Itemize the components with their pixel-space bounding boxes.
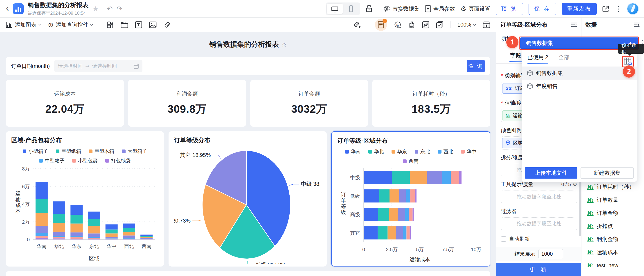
tab-used-datasets[interactable]: 已使用 2 [528, 54, 548, 64]
legend-item[interactable]: 运输成本 [252, 275, 278, 276]
legend-swatch [122, 150, 126, 153]
number-type-icon: № [506, 113, 510, 118]
legend-label: 运输成本 [258, 275, 278, 276]
hide-element-icon[interactable] [422, 21, 429, 28]
tab-fields[interactable]: 字段 [510, 52, 522, 62]
replace-dataset-button[interactable]: 替换数据集 [384, 5, 420, 13]
back-icon[interactable]: ‹ [6, 4, 9, 13]
layout-widget-icon[interactable] [107, 21, 114, 28]
legend-item[interactable]: 东北 [415, 148, 430, 155]
kpi-card-profit[interactable]: 利润金额 309.8万 [128, 80, 246, 127]
svg-text:运输成本: 运输成本 [16, 191, 21, 214]
query-button[interactable]: 查 询 [467, 60, 485, 72]
svg-text:低级: 低级 [350, 193, 360, 199]
monitor-icon [332, 7, 338, 11]
legend-item[interactable]: 小型包裹 [72, 157, 98, 164]
legend-item[interactable]: 巨型纸箱 [56, 148, 81, 155]
field-name: test_new [597, 262, 618, 268]
mobile-view-option[interactable] [343, 4, 359, 14]
dataset-field-item[interactable]: №运输成本 [587, 247, 642, 258]
image-widget-icon[interactable] [149, 22, 156, 28]
pie-chart: 中级 38.82%低级 21.50%高级 20.73%其它 18.95% [174, 144, 320, 264]
dataset-list-item[interactable]: 年度销售 [522, 80, 637, 93]
tab-container-icon[interactable] [120, 22, 128, 28]
chart-order-level-pie[interactable]: 订单等级分布 中级 38.82%低级 21.50%高级 20.73%其它 18.… [168, 131, 327, 266]
kpi-card-order-time[interactable]: 订单耗时（秒） 183.5万 [372, 80, 490, 127]
preview-button[interactable]: 预 览 [496, 3, 524, 15]
grid-view-icon[interactable] [483, 22, 490, 28]
notes-icon[interactable] [375, 19, 387, 31]
save-button[interactable]: 保 存 [528, 3, 556, 15]
legend-item[interactable]: 华中 [461, 148, 476, 155]
link-widget-icon[interactable] [163, 22, 171, 28]
legend-label: 东北 [420, 148, 430, 155]
page-settings-button[interactable]: ⚙ 页面设置 [460, 5, 490, 13]
dataset-field-item[interactable]: №折扣点 [587, 221, 642, 232]
svg-text:8万: 8万 [22, 166, 30, 172]
global-params-button[interactable]: 全局参数 [425, 5, 455, 13]
legend-item[interactable]: 华南 [345, 148, 361, 155]
chart-order-level-region[interactable]: 订单等级-区域分布 华南华北华东东北西北华中西南 02.5万5万7.5万10万中… [331, 131, 490, 266]
add-query-control-button[interactable]: ⊕ 添加查询控件 [48, 21, 93, 29]
kpi-card-shipping-cost[interactable]: 运输成本 22.04万 [6, 80, 124, 127]
gear-icon[interactable]: ⚙ [573, 182, 577, 187]
chart-region-package[interactable]: 区域-产品包箱分布 小型箱子巨型纸箱巨型木箱大型箱子中型箱子小型包裹打包纸袋 0… [6, 131, 164, 266]
legend-item[interactable]: 西北 [438, 148, 454, 155]
legend-item[interactable]: 西南 [403, 158, 418, 165]
device-toggle[interactable] [326, 3, 360, 15]
undo-icon[interactable]: ↶ [107, 6, 112, 12]
stacked-bar-chart: 02万4万6万8万华南华北华东东北华中西北西南区域运输成本 [11, 165, 158, 262]
line-chart-card[interactable]: 利润金额运输成本 500万 30万 [6, 271, 490, 276]
legend-swatch [56, 150, 60, 153]
create-dataset-button[interactable]: 新建数据集 [580, 167, 634, 179]
legend-label: 巨型纸箱 [62, 148, 81, 155]
legend-item[interactable]: 华东 [392, 148, 407, 155]
text-widget-icon[interactable] [135, 21, 142, 28]
favorite-icon[interactable]: ★ [92, 5, 98, 13]
preview-data-icon[interactable] [624, 57, 632, 66]
zoom-level-select[interactable]: 100% [458, 22, 476, 28]
auto-refresh-checkbox[interactable] [501, 236, 506, 242]
legend-item[interactable]: 中型箱子 [39, 157, 64, 164]
dataset-field-item[interactable]: №利润金额 [587, 234, 642, 245]
tab-all-datasets[interactable]: 全部 [558, 54, 569, 64]
legend-swatch [72, 159, 76, 163]
collapse-panel-icon[interactable] [634, 22, 640, 28]
calendar-icon [134, 63, 139, 69]
tooltip-dropzone[interactable]: 拖动数据字段至此处 [501, 191, 577, 203]
filter-dropzone[interactable]: 拖动数据字段至此处 [501, 217, 577, 230]
title-star-icon[interactable]: ☆ [281, 41, 287, 48]
legend-item[interactable]: 打包纸袋 [105, 157, 131, 164]
dataset-list-item[interactable]: 销售数据集 [522, 67, 637, 80]
user-avatar[interactable] [627, 4, 638, 14]
svg-text:其它 18.95%: 其它 18.95% [180, 152, 210, 158]
dataset-field-item[interactable]: №*订单耗时（秒） [587, 181, 642, 192]
legend-item[interactable]: 华北 [368, 148, 384, 155]
dataset-field-item[interactable]: №订单数量 [587, 194, 642, 205]
legend-item[interactable]: 利润金额 [219, 275, 244, 276]
share-icon[interactable] [602, 5, 609, 13]
dataset-field-item[interactable]: №test_new [587, 260, 642, 271]
add-chart-button[interactable]: 添加图表 [6, 21, 41, 28]
dataset-field-item[interactable]: №订单金额 [587, 207, 642, 218]
lock-icon[interactable] [366, 5, 372, 13]
legend-item[interactable]: 大型箱子 [122, 148, 148, 155]
clean-brush-icon[interactable] [408, 21, 416, 28]
batch-select-icon[interactable] [436, 21, 444, 28]
update-button[interactable]: 更 新 [496, 263, 581, 276]
republish-button[interactable]: 重新发布 [562, 3, 597, 15]
redo-icon[interactable]: ↷ [116, 6, 122, 12]
legend-item[interactable]: 巨型木箱 [89, 148, 114, 155]
annotation-badge-1: 1 [506, 36, 518, 48]
more-menu-icon[interactable]: ⋮ [615, 5, 622, 13]
desktop-view-option[interactable] [327, 4, 343, 14]
result-count-input[interactable] [538, 249, 563, 259]
link-filter-icon[interactable] [353, 21, 361, 28]
auto-refresh-row[interactable]: 自动刷新 [501, 235, 577, 242]
date-range-input[interactable]: 请选择时间 → 请选择时间 [54, 60, 142, 72]
comment-icon[interactable]: @ [394, 21, 402, 28]
upload-local-file-button[interactable]: 上传本地文件 [525, 167, 578, 179]
kpi-card-order-amount[interactable]: 订单金额 3032万 [250, 80, 368, 127]
legend-item[interactable]: 小型箱子 [23, 148, 48, 155]
collapse-panel-icon[interactable] [571, 22, 577, 28]
